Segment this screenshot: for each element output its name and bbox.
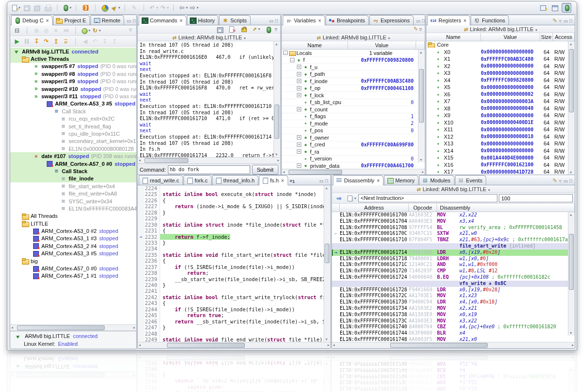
view-menu-icon[interactable] [559,179,562,183]
debug-tree-row[interactable]: swapper/2 #10 stopped (PID 0 was running… [10,85,136,92]
debug-run-control-icon[interactable] [22,37,31,46]
debug-toolbar-icon[interactable] [22,26,31,35]
disassembly-horizontal-scrollbar[interactable] [332,342,575,348]
debug-tree-row[interactable]: file_end_write+0xA8 [10,190,136,197]
expander-icon[interactable]: + [297,86,301,90]
console-toolbar-icon[interactable] [263,24,273,34]
minimize-icon[interactable] [127,19,131,23]
source-code-area[interactable]: 2224 2225 static inline bool execute_ok(… [138,185,324,342]
command-input[interactable] [168,165,250,174]
variable-row[interactable]: + f_u union [282,64,418,71]
disassembly-row[interactable]: EL1N:0xFFFFFFC00016172C AA1703E1 MOV x1,… [332,293,568,299]
submit-button[interactable]: Submit [252,165,278,175]
debug-tree-row[interactable]: big [10,257,136,265]
toolbar-button-icon[interactable] [32,3,42,13]
toolbar-button-icon[interactable] [129,3,139,13]
debug-run-control-icon[interactable] [32,37,41,46]
register-row[interactable]: X15 0x001A440D4E000000 64 R/W [426,154,568,161]
variable-row[interactable]: + f_op 0xFFFFFFC000461108 const struct [282,85,418,92]
tab[interactable]: Disassembly [333,175,383,185]
variables-linked-bar[interactable]: Linked: ARMv8 big.LITTLE [282,34,425,41]
register-row[interactable]: X3 0x0000000000000000 64 R/W [426,70,568,77]
debug-toolbar-icon[interactable] [42,26,51,35]
debug-tree-row[interactable]: EL1N:0xFFFFFFC000083A4C [10,205,136,212]
debug-tree-row[interactable]: file_inode [10,175,136,182]
tab[interactable]: History [187,15,219,25]
debug-run-control-icon[interactable] [13,37,21,46]
debug-toolbar-icon[interactable] [61,26,70,35]
debug-tree-row[interactable]: Call Stack [10,167,136,175]
expander-icon[interactable]: + [297,107,301,111]
toolbar-button-icon[interactable] [91,3,99,13]
debug-tree-row[interactable]: set_ti_thread_flag [10,123,136,130]
variable-row[interactable]: + f_lock spinlock_t [282,92,418,99]
debug-tree-row[interactable]: ARMv8 big.LITTLE connected [10,48,136,55]
debug-tree-row[interactable]: All Threads [10,213,136,220]
instruction-count-input[interactable] [499,194,573,202]
register-row[interactable]: X16 0xFFFFFFC000162100 64 R/W [426,161,568,169]
toolbar-button-icon[interactable] [189,3,199,13]
tab[interactable]: Project E [53,15,90,25]
tab[interactable]: Variables [283,15,325,25]
editor-tab[interactable]: thread_info.h [212,175,258,185]
variable-row[interactable]: f_version 0 u64 [282,156,418,163]
console-toolbar-icon[interactable] [215,24,224,34]
copy-icon[interactable] [347,194,356,203]
perspective-button-icon[interactable] [562,3,571,13]
debug-tree-row[interactable]: ARM_Cortex-A53_3 #5 stopped [10,250,136,257]
variable-row[interactable]: f_sb_list_cpu 0 int [282,99,418,107]
column-header-name[interactable]: Name [426,33,481,41]
registers-vertical-scrollbar[interactable] [568,41,575,175]
console-toolbar-icon[interactable] [251,24,261,34]
disassembly-row[interactable]: EL1N:0xFFFFFFC00016171C 12140C21 AND w1,… [332,262,568,268]
register-row[interactable]: X6 0x0000000000000002 64 R/W [426,91,568,98]
disassembly-row[interactable]: EL1N:0xFFFFFFC000161734 AA1503E2 MOV x2,… [332,305,568,312]
variable-row[interactable]: - Locals 1 variable [282,50,418,57]
editor-tab[interactable]: read_write.c [139,175,183,185]
console-toolbar-icon[interactable] [239,24,249,34]
debug-toolbar-icon[interactable] [32,26,41,35]
maximize-icon[interactable] [326,179,328,183]
variable-row[interactable]: f_flags 1 unsigned int [282,113,418,121]
view-menu-icon[interactable] [275,27,277,32]
debug-tree-row[interactable]: swapper/1 #9 stopped (PID 0 was running) [10,78,136,85]
disassembly-row[interactable]: EL1N:0xFFFFFFC000161714 F9401260 LDR x0,… [332,249,568,256]
tab[interactable]: Expressions [369,15,414,25]
tab[interactable]: Debug C [11,15,53,25]
toolbar-button-icon[interactable] [54,3,61,13]
minimize-icon[interactable] [564,19,568,23]
column-header-access[interactable]: Access [553,33,575,41]
disassembly-linked-bar[interactable]: Linked: ARMv8 big.LITTLE [332,185,575,193]
maximize-icon[interactable] [275,19,278,23]
register-row[interactable]: X0 0x000000000000000D 64 R/W [426,49,568,56]
debug-run-control-icon[interactable] [71,37,80,46]
tab[interactable]: Registers [427,15,470,25]
toolbar-button-icon[interactable] [11,3,20,13]
disassembly-row[interactable]: EL1N:0xFFFFFFC000161700 AA1603E2 MOV x2,… [332,212,568,218]
disassembly-row[interactable]: EL1N:0xFFFFFFC000161738 AA1303E0 MOV x0,… [332,312,568,318]
disassembly-row[interactable]: vfs_write + 0x8C [332,281,568,287]
debug-tree-row[interactable]: secondary_start_kernel+0x12C [10,138,136,145]
disassembly-row[interactable]: EL1N:0xFFFFFFC000161740 84000704 CBZ x4,… [332,324,568,330]
toolbar-button-icon[interactable] [73,3,80,13]
tab-overflow-indicator[interactable]: »1 [290,177,295,184]
debug-tree-row[interactable]: ARM_Cortex-A53_3 #5 stopped [10,100,136,107]
column-header-opcode[interactable]: Opcode [409,204,437,212]
disassembly-row[interactable]: EL1N:0xFFFFFFC00016170C 93407C15 SXTW x2… [332,231,568,237]
variable-row[interactable]: + f_cred 0xFFFFFFC00A699F80 const struct… [282,142,418,149]
debug-tree-row[interactable]: ARM_Cortex-A57_0 #0 stopped [10,265,136,272]
toolbar-button-icon[interactable] [110,3,120,13]
registers-linked-bar[interactable]: Linked: ARMv8 big.LITTLE [426,25,575,33]
debug-run-control-icon[interactable] [52,37,60,46]
debug-tree-row[interactable]: LITTLE [10,220,136,227]
register-row[interactable]: X4 0xFFFFFFC009820800 64 R/W [426,77,568,84]
view-menu-icon[interactable] [559,19,562,23]
disassembly-row[interactable]: EL1N:0xFFFFFFC00016173C AA1603E3 MOV x3,… [332,318,568,324]
register-row[interactable]: X8 0x0000000000000040 64 R/W [426,105,568,112]
column-header-disassembly[interactable]: Disassembly [437,204,575,212]
register-row[interactable]: X11 0x0000000000000000 64 R/W [426,126,568,133]
debug-tree-row[interactable]: SYSC_write+0x34 [10,197,136,205]
toolbar-button-icon[interactable] [21,3,31,13]
toolbar-button-icon[interactable] [159,3,169,13]
register-row[interactable]: X9 0x0000000000000000 64 R/W [426,112,568,119]
